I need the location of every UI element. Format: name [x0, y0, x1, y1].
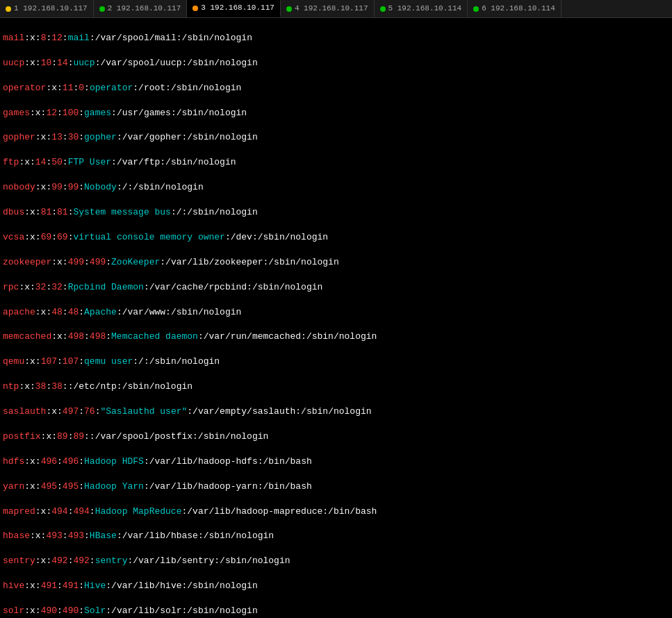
terminal-output: mail:x:8:12:mail:/var/spool/mail:/sbin/n… — [0, 18, 672, 618]
tab-5-dot — [380, 6, 386, 12]
line-zookeeper: zookeeper:x:499:499:ZooKeeper:/var/lib/z… — [3, 256, 669, 269]
line-qemu: qemu:x:107:107:qemu user:/:/sbin/nologin — [3, 356, 669, 368]
tab-1-dot — [6, 6, 11, 12]
line-hive: hive:x:491:491:Hive:/var/lib/hive:/sbin/… — [3, 580, 669, 592]
tab-1[interactable]: 1 192.168.10.117 — [0, 0, 94, 17]
tab-4-label: 4 192.168.10.117 — [295, 3, 368, 14]
line-dbus: dbus:x:81:81:System message bus:/:/sbin/… — [3, 206, 669, 219]
tab-1-label: 1 192.168.10.117 — [14, 3, 88, 14]
line-ftp: ftp:x:14:50:FTP User:/var/ftp:/sbin/nolo… — [3, 156, 669, 169]
line-games: games:x:12:100:games:/usr/games:/sbin/no… — [3, 107, 669, 119]
line-uucp: uucp:x:10:14:uucp:/var/spool/uucp:/sbin/… — [3, 57, 669, 69]
line-saslauth: saslauth:x:497:76:"Saslauthd user":/var/… — [3, 406, 669, 418]
line-operator: operator:x:11:0:operator:/root:/sbin/nol… — [3, 82, 669, 94]
tab-6-label: 6 192.168.10.114 — [482, 3, 555, 14]
line-mapred: mapred:x:494:494:Hadoop MapReduce:/var/l… — [3, 506, 669, 518]
tab-4-dot — [286, 6, 292, 12]
tab-2-label: 2 192.168.10.117 — [108, 3, 181, 14]
line-mail: mail:x:8:12:mail:/var/spool/mail:/sbin/n… — [3, 32, 669, 44]
line-hbase: hbase:x:493:493:HBase:/var/lib/hbase:/sb… — [3, 530, 669, 542]
tab-6-dot — [473, 6, 479, 12]
line-postfix: postfix:x:89:89::/var/spool/postfix:/sbi… — [3, 431, 669, 443]
line-vcsa: vcsa:x:69:69:virtual console memory owne… — [3, 231, 669, 244]
tab-3[interactable]: 3 192.168.10.117 — [187, 0, 281, 17]
tab-3-dot — [192, 6, 198, 11]
tab-3-label: 3 192.168.10.117 — [201, 3, 274, 13]
line-gopher: gopher:x:13:30:gopher:/var/gopher:/sbin/… — [3, 131, 669, 144]
tab-2[interactable]: 2 192.168.10.117 — [94, 0, 188, 17]
line-solr: solr:x:490:490:Solr:/var/lib/solr:/sbin/… — [3, 605, 669, 617]
tab-5[interactable]: 5 192.168.10.114 — [375, 0, 468, 17]
line-hdfs: hdfs:x:496:496:Hadoop HDFS:/var/lib/hado… — [3, 456, 669, 468]
line-apache: apache:x:48:48:Apache:/var/www:/sbin/nol… — [3, 306, 669, 319]
line-yarn: yarn:x:495:495:Hadoop Yarn:/var/lib/hado… — [3, 481, 669, 493]
tab-6[interactable]: 6 192.168.10.114 — [468, 0, 562, 17]
tab-4[interactable]: 4 192.168.10.117 — [281, 0, 375, 17]
line-sentry: sentry:x:492:492:sentry:/var/lib/sentry:… — [3, 555, 669, 567]
tab-bar: 1 192.168.10.117 2 192.168.10.117 3 192.… — [0, 0, 672, 18]
tab-5-label: 5 192.168.10.114 — [388, 3, 462, 14]
line-memcached: memcached:x:498:498:Memcached daemon:/va… — [3, 331, 669, 343]
line-ntp: ntp:x:38:38::/etc/ntp:/sbin/nologin — [3, 381, 669, 393]
tab-2-dot — [99, 6, 105, 12]
line-rpc: rpc:x:32:32:Rpcbind Daemon:/var/cache/rp… — [3, 281, 669, 294]
line-nobody: nobody:x:99:99:Nobody:/:/sbin/nologin — [3, 181, 669, 194]
